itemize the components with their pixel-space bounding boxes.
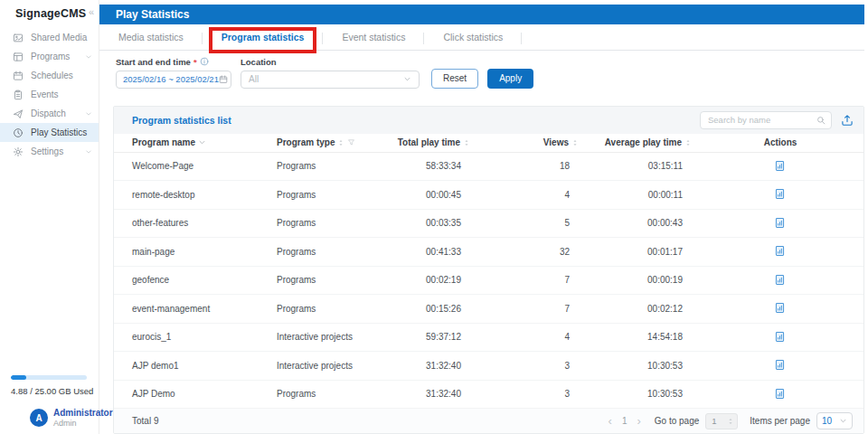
cell-average-play-time: 03:15:11 xyxy=(584,161,697,171)
location-select[interactable]: All xyxy=(241,71,420,89)
cell-views: 7 xyxy=(476,275,584,285)
settings-icon xyxy=(13,146,24,157)
column-header-total-play-time[interactable]: Total play time xyxy=(390,137,476,147)
sidebar-item-events[interactable]: Events xyxy=(0,85,99,104)
tab-media-statistics[interactable]: Media statistics xyxy=(99,24,203,50)
report-icon[interactable] xyxy=(774,217,787,230)
cell-program-type: Interactive projects xyxy=(259,361,390,371)
cell-total-play-time: 00:41:33 xyxy=(390,247,476,257)
collapse-sidebar-icon[interactable]: « xyxy=(89,7,94,17)
date-range-input[interactable]: 2025/02/16 ~ 2025/02/21 xyxy=(116,71,231,89)
column-label: Total play time xyxy=(398,137,460,147)
cell-views: 18 xyxy=(476,161,584,171)
column-header-program-name[interactable]: Program name xyxy=(114,137,259,147)
prev-page-icon[interactable]: ‹ xyxy=(607,415,614,427)
cell-actions xyxy=(697,274,863,287)
cell-program-name: geofence xyxy=(114,275,259,285)
per-page-label: Items per page xyxy=(750,416,810,426)
cell-program-type: Programs xyxy=(259,389,390,399)
sidebar-item-label: Dispatch xyxy=(31,108,85,118)
cell-actions xyxy=(697,331,863,344)
cell-actions xyxy=(697,217,863,230)
cell-program-type: Programs xyxy=(259,161,390,171)
sidebar-item-dispatch[interactable]: Dispatch xyxy=(0,104,99,123)
column-label: Views xyxy=(543,137,569,147)
play-statistics-icon xyxy=(13,127,24,138)
filter-bar: Start and end time* 2025/02/16 ~ 2025/02… xyxy=(99,51,864,99)
sidebar: SignageCMS « Shared MediaProgramsSchedul… xyxy=(0,0,99,434)
user-profile[interactable]: A Administrator Admin xyxy=(0,408,99,428)
column-header-program-type[interactable]: Program type xyxy=(259,137,390,147)
sort-icon xyxy=(684,139,692,146)
cell-program-type: Programs xyxy=(259,247,390,257)
report-icon[interactable] xyxy=(774,388,787,401)
sidebar-item-shared-media[interactable]: Shared Media xyxy=(0,28,99,47)
tab-click-statistics[interactable]: Click statistics xyxy=(424,24,522,50)
sidebar-item-settings[interactable]: Settings xyxy=(0,142,99,161)
chevron-down-icon xyxy=(85,110,92,118)
stepper-icon[interactable] xyxy=(727,418,734,425)
apply-button[interactable]: Apply xyxy=(487,69,533,89)
sidebar-item-schedules[interactable]: Schedules xyxy=(0,66,99,85)
cell-program-name: Welcome-Page xyxy=(114,161,259,171)
avatar: A xyxy=(30,409,48,427)
dispatch-icon xyxy=(13,108,24,119)
table-footer: Total 9 ‹ 1 › Go to page Items per page … xyxy=(114,409,863,433)
report-icon[interactable] xyxy=(774,245,787,258)
next-page-icon[interactable]: › xyxy=(635,415,642,427)
cell-actions xyxy=(697,388,863,401)
current-page[interactable]: 1 xyxy=(620,416,629,426)
cell-average-play-time: 00:01:17 xyxy=(584,247,697,257)
cell-actions xyxy=(697,245,863,258)
report-icon[interactable] xyxy=(774,302,787,315)
storage-usage: 4.88 / 25.00 GB Used xyxy=(0,375,99,396)
cell-program-name: event-management xyxy=(114,304,259,314)
report-icon[interactable] xyxy=(774,188,787,201)
cell-total-play-time: 00:02:19 xyxy=(390,275,476,285)
shared-media-icon xyxy=(13,33,24,43)
table-row: eurocis_1Interactive projects59:37:12414… xyxy=(114,324,863,353)
table-row: main-pagePrograms00:41:333200:01:17 xyxy=(114,238,863,267)
reset-button[interactable]: Reset xyxy=(431,69,478,89)
export-icon[interactable] xyxy=(841,114,854,127)
storage-fill xyxy=(11,375,26,380)
column-header-average-play-time[interactable]: Average play time xyxy=(584,137,697,147)
goto-page-input[interactable] xyxy=(712,416,723,426)
cell-total-play-time: 00:03:35 xyxy=(390,218,476,228)
column-label: Program type xyxy=(277,137,335,147)
table-row: remote-desktopPrograms00:00:45400:00:11 xyxy=(114,181,863,210)
table-row: AJP DemoPrograms31:32:40310:30:53 xyxy=(114,381,863,410)
report-icon[interactable] xyxy=(774,274,787,287)
cell-actions xyxy=(697,302,863,315)
tab-program-statistics[interactable]: Program statistics xyxy=(203,24,324,50)
cell-average-play-time: 10:30:53 xyxy=(584,389,697,399)
column-header-views[interactable]: Views xyxy=(476,137,584,147)
list-header-bar: Program statistics list xyxy=(114,107,863,134)
chevron-down-icon xyxy=(839,417,847,425)
sort-icon xyxy=(463,139,470,146)
table-body: Welcome-PagePrograms58:33:341803:15:11re… xyxy=(114,153,863,410)
tab-bar: Media statisticsProgram statisticsEvent … xyxy=(99,24,864,51)
cell-views: 7 xyxy=(476,304,584,314)
location-value: All xyxy=(249,74,259,84)
per-page-select[interactable]: 10 xyxy=(816,412,853,429)
per-page-value: 10 xyxy=(822,416,832,426)
table-header-row: Program nameProgram typeTotal play timeV… xyxy=(114,134,863,153)
table-row: AJP demo1Interactive projects31:32:40310… xyxy=(114,352,863,381)
storage-label: 4.88 / 25.00 GB Used xyxy=(11,386,88,396)
tab-label: Media statistics xyxy=(118,32,184,42)
search-input[interactable] xyxy=(706,114,816,126)
cell-total-play-time: 59:37:12 xyxy=(390,332,476,342)
cell-average-play-time: 00:02:12 xyxy=(584,304,697,314)
programs-icon xyxy=(13,52,24,62)
cell-program-type: Programs xyxy=(259,275,390,285)
report-icon[interactable] xyxy=(774,359,787,372)
sidebar-item-play-statistics[interactable]: Play Statistics xyxy=(0,123,99,142)
cell-program-type: Programs xyxy=(259,218,390,228)
report-icon[interactable] xyxy=(774,160,787,173)
sidebar-item-programs[interactable]: Programs xyxy=(0,47,99,66)
cell-views: 4 xyxy=(476,332,584,342)
chevron-down-icon xyxy=(85,53,92,61)
tab-event-statistics[interactable]: Event statistics xyxy=(323,24,424,50)
report-icon[interactable] xyxy=(774,331,787,344)
